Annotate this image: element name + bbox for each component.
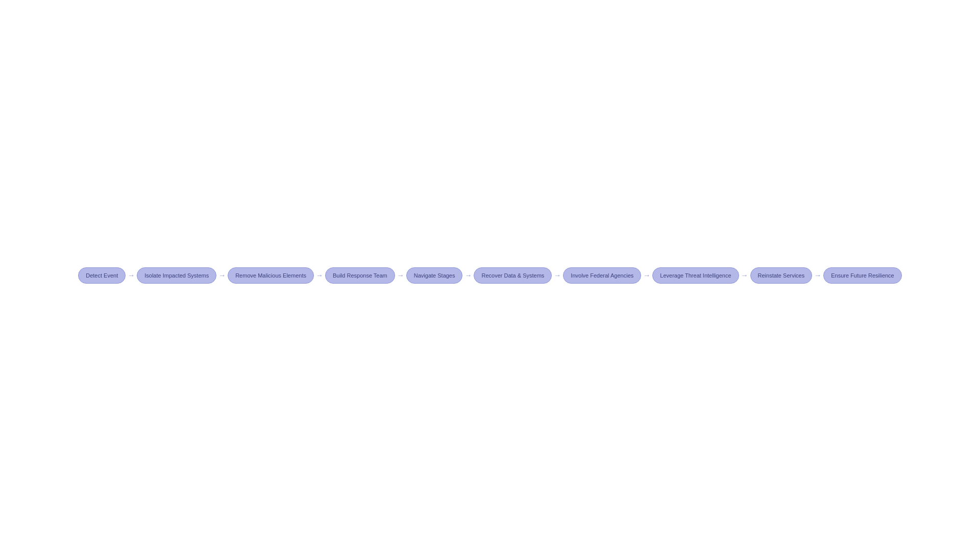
flow-arrow-7 (741, 271, 748, 280)
flow-arrow-2 (316, 271, 323, 280)
flow-node-detect-event[interactable]: Detect Event (78, 267, 126, 284)
flow-arrow-4 (464, 271, 472, 280)
flow-arrow-3 (397, 271, 404, 280)
flow-arrow-8 (814, 271, 821, 280)
flow-arrow-6 (643, 271, 650, 280)
flow-arrow-0 (128, 271, 135, 280)
flow-node-navigate-stages[interactable]: Navigate Stages (406, 267, 463, 284)
flow-node-ensure-future-resilience[interactable]: Ensure Future Resilience (823, 267, 902, 284)
flow-node-remove-malicious-elements[interactable]: Remove Malicious Elements (228, 267, 314, 284)
flow-node-recover-data-systems[interactable]: Recover Data & Systems (474, 267, 552, 284)
flow-node-involve-federal-agencies[interactable]: Involve Federal Agencies (563, 267, 641, 284)
flow-node-reinstate-services[interactable]: Reinstate Services (750, 267, 813, 284)
flow-arrow-1 (218, 271, 226, 280)
flow-arrow-5 (554, 271, 561, 280)
flow-node-build-response-team[interactable]: Build Response Team (325, 267, 395, 284)
flow-diagram: Detect EventIsolate Impacted SystemsRemo… (0, 267, 980, 284)
flow-node-leverage-threat-intelligence[interactable]: Leverage Threat Intelligence (652, 267, 739, 284)
flow-node-isolate-impacted-systems[interactable]: Isolate Impacted Systems (137, 267, 216, 284)
